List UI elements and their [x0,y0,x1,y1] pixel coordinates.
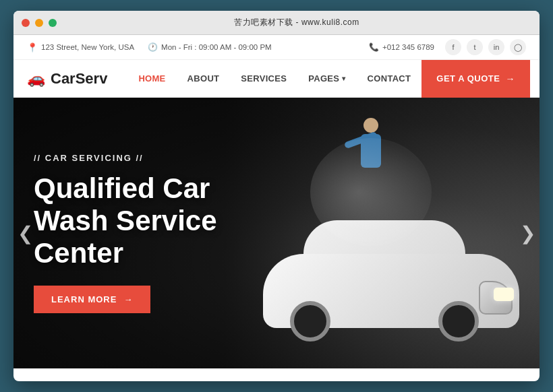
instagram-icon[interactable]: ◯ [510,39,526,55]
top-bar-right: 📞 +012 345 6789 f t in ◯ [369,39,526,55]
logo-car-icon: 🚗 [27,70,45,88]
nav-link-home[interactable]: HOME [127,60,176,98]
browser-title: 苦力吧素材下载 - www.kuli8.com [62,17,531,28]
top-bar-left: 📍 123 Street, New York, USA 🕐 Mon - Fri … [27,42,272,53]
hero-title: Qualified Car Wash Service Center [34,172,217,270]
btn-arrow-icon: → [123,294,133,304]
clock-icon: 🕐 [148,42,158,52]
phone-text: +012 345 6789 [382,43,434,51]
nav-links: HOME ABOUT SERVICES PAGES ▾ CONTACT [127,60,421,98]
pin-icon: 📍 [27,42,38,53]
social-icons: f t in ◯ [445,39,526,55]
car-wheel-right [438,301,479,341]
get-quote-label: GET A QUOTE [436,73,500,84]
logo[interactable]: 🚗 CarServ [27,70,107,88]
browser-window: 苦力吧素材下载 - www.kuli8.com 📍 123 Street, Ne… [13,11,540,381]
phone-icon: 📞 [369,42,379,52]
hours-text: Mon - Fri : 09:00 AM - 09:00 PM [161,43,272,51]
nav-link-contact[interactable]: CONTACT [357,60,422,98]
twitter-icon[interactable]: t [467,39,483,55]
logo-text: CarServ [51,70,107,88]
foam-effect [310,138,432,246]
learn-more-label: LEARN MORE [51,294,117,304]
phone-item: 📞 +012 345 6789 [369,42,434,52]
hero-content: // CAR SERVICING // Qualified Car Wash S… [34,118,217,348]
chevron-down-icon: ▾ [342,75,345,82]
address-item: 📍 123 Street, New York, USA [27,42,134,53]
top-bar: 📍 123 Street, New York, USA 🕐 Mon - Fri … [13,35,540,60]
dot-minimize[interactable] [35,19,43,27]
navbar: 🚗 CarServ HOME ABOUT SERVICES PAGES ▾ CO… [13,60,540,98]
prev-arrow[interactable]: ❮ [18,222,33,244]
next-arrow[interactable]: ❯ [520,222,535,244]
nav-link-about[interactable]: ABOUT [177,60,231,98]
arrow-right-icon: → [505,73,515,84]
facebook-icon[interactable]: f [445,39,461,55]
nav-link-services[interactable]: SERVICES [230,60,297,98]
car-headlight [494,288,514,301]
get-quote-button[interactable]: GET A QUOTE → [421,60,530,98]
hero-title-line1: Qualified Car [34,172,210,204]
nav-pages-label: PAGES [308,73,339,84]
dot-close[interactable] [22,19,30,27]
linkedin-icon[interactable]: in [488,39,504,55]
car-wheel-left [290,301,330,341]
hero-title-line3: Center [34,237,123,269]
worker-head [363,118,378,133]
hero-section: ❮ ❯ // CAR SERVICING // Qualified Car Wa… [13,98,540,368]
hero-tag: // CAR SERVICING // [34,153,217,163]
learn-more-button[interactable]: LEARN MORE → [34,286,150,313]
hours-item: 🕐 Mon - Fri : 09:00 AM - 09:00 PM [148,42,272,52]
nav-link-pages[interactable]: PAGES ▾ [297,60,356,98]
browser-chrome: 苦力吧素材下载 - www.kuli8.com [13,11,540,35]
dot-maximize[interactable] [49,19,57,27]
hero-title-line2: Wash Service [34,205,217,236]
address-text: 123 Street, New York, USA [41,43,134,51]
